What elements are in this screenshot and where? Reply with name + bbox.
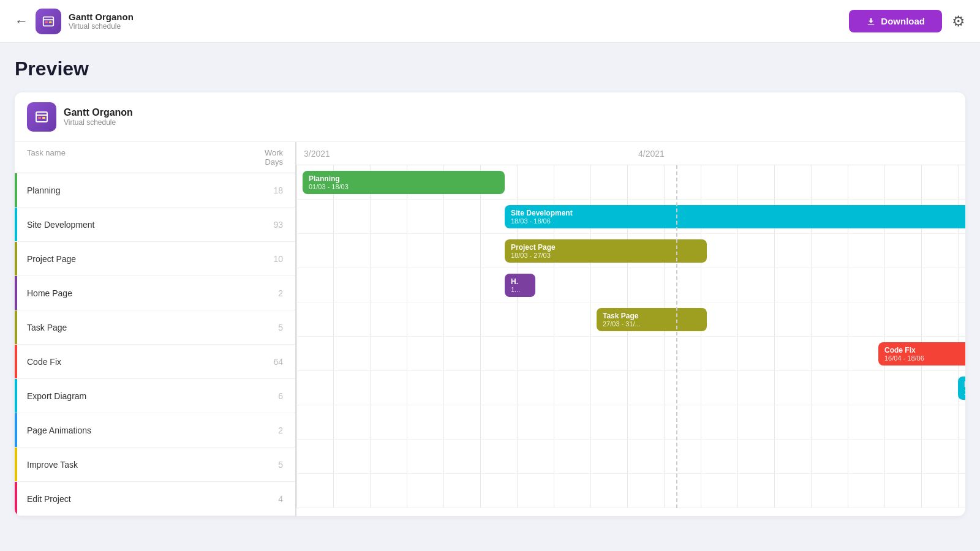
main-content: Preview Gantt Organon Virtual schedule	[0, 43, 980, 531]
app-name: Gantt Organon	[69, 12, 134, 22]
gantt-chart-row: Exp...19/0...	[296, 371, 965, 405]
gantt-chart-row: Task Page27/03 - 31/...	[296, 302, 965, 337]
back-button[interactable]: ←	[15, 13, 28, 29]
gantt-chart: Task name Work Days Planning18Site Devel…	[15, 142, 965, 516]
settings-icon: ⚙	[952, 13, 965, 30]
gantt-right-panel: 3/2021 4/2021 Planning01/03 - 18/03Site …	[296, 142, 965, 516]
bar-title: Site Development	[511, 209, 965, 217]
gantt-chart-row	[296, 474, 965, 508]
preview-card-header: Gantt Organon Virtual schedule	[15, 92, 965, 142]
task-days: 64	[246, 357, 295, 367]
gantt-left-panel: Task name Work Days Planning18Site Devel…	[15, 142, 296, 516]
svg-rect-0	[43, 17, 54, 26]
bar-dates: 1...	[511, 286, 529, 293]
task-days: 2	[246, 425, 295, 435]
task-days: 10	[246, 254, 295, 264]
download-icon	[866, 17, 876, 26]
task-name: Page Animations	[17, 425, 246, 435]
header-left: ← Gantt Organon Virtual schedule	[15, 9, 134, 34]
svg-rect-3	[49, 21, 52, 23]
bar-dates: 16/04 - 18/06	[884, 354, 965, 362]
gantt-row: Edit Project4	[15, 482, 295, 516]
task-days: 4	[246, 494, 295, 504]
gantt-row: Task Page5	[15, 310, 295, 345]
svg-rect-2	[45, 21, 48, 23]
gantt-chart-row: Planning01/03 - 18/03	[296, 165, 965, 200]
bar-title: Project Page	[511, 243, 701, 252]
gantt-row: Project Page10	[15, 242, 295, 276]
bar-title: Planning	[309, 174, 499, 183]
col-task-header: Task name	[15, 148, 246, 167]
task-days: 5	[246, 323, 295, 332]
gantt-chart-header: 3/2021 4/2021	[296, 142, 965, 165]
gantt-header: Task name Work Days	[15, 142, 295, 173]
download-button[interactable]: Download	[849, 10, 942, 32]
header-right: Download ⚙	[849, 10, 965, 32]
svg-rect-5	[36, 112, 47, 122]
bar-title: H.	[511, 277, 529, 286]
gantt-bar: H.1...	[505, 274, 535, 297]
gantt-chart-row: Site Development18/03 - 18/06	[296, 200, 965, 234]
back-icon: ←	[15, 13, 28, 29]
gantt-row: Planning18	[15, 173, 295, 208]
bar-dates: 18/03 - 18/06	[511, 217, 965, 225]
bar-dates: 27/03 - 31/...	[603, 320, 701, 328]
bar-dates: 01/03 - 18/03	[309, 183, 499, 190]
task-name: Project Page	[17, 254, 246, 264]
gantt-bar: Exp...19/0...	[958, 377, 965, 400]
app-title: Gantt Organon Virtual schedule	[69, 12, 134, 31]
app-subtitle: Virtual schedule	[69, 22, 134, 31]
task-days: 93	[246, 220, 295, 230]
preview-app-subtitle: Virtual schedule	[64, 118, 133, 127]
month-april: 4/2021	[631, 149, 965, 159]
gantt-row: Export Diagram6	[15, 379, 295, 413]
gantt-bar: Code Fix16/04 - 18/06	[878, 342, 965, 365]
task-name: Task Page	[17, 323, 246, 332]
task-name: Export Diagram	[17, 391, 246, 401]
svg-rect-8	[42, 117, 45, 119]
preview-card: Gantt Organon Virtual schedule Task name…	[15, 92, 965, 516]
gantt-row: Page Animations2	[15, 413, 295, 448]
task-days: 2	[246, 288, 295, 298]
preview-app-icon	[27, 102, 56, 132]
gantt-bar: Task Page27/03 - 31/...	[597, 308, 707, 331]
preview-app-info: Gantt Organon Virtual schedule	[64, 107, 133, 127]
app-icon	[36, 9, 61, 34]
gantt-row: Code Fix64	[15, 345, 295, 379]
task-name: Home Page	[17, 288, 246, 298]
gantt-chart-body: Planning01/03 - 18/03Site Development18/…	[296, 165, 965, 508]
task-name: Planning	[17, 186, 246, 195]
task-days: 6	[246, 391, 295, 401]
gantt-row: Site Development93	[15, 208, 295, 242]
task-days: 5	[246, 460, 295, 470]
preview-app-name: Gantt Organon	[64, 107, 133, 118]
app-header: ← Gantt Organon Virtual schedule Downloa…	[0, 0, 980, 43]
bar-title: Exp...	[964, 380, 965, 389]
gantt-chart-row: Code Fix16/04 - 18/06	[296, 337, 965, 371]
bar-title: Code Fix	[884, 346, 965, 354]
bar-dates: 19/0...	[964, 389, 965, 396]
svg-rect-7	[38, 117, 41, 119]
gantt-chart-row: H.1...	[296, 268, 965, 302]
gantt-rows: Planning18Site Development93Project Page…	[15, 173, 295, 516]
gantt-bar: Planning01/03 - 18/03	[303, 171, 505, 194]
gantt-row: Improve Task5	[15, 448, 295, 482]
svg-rect-4	[868, 24, 875, 24]
task-name: Site Development	[17, 220, 246, 230]
settings-button[interactable]: ⚙	[952, 13, 965, 30]
gantt-bar: Project Page18/03 - 27/03	[505, 239, 707, 263]
task-name: Improve Task	[17, 460, 246, 470]
bar-dates: 18/03 - 27/03	[511, 252, 701, 259]
month-march: 3/2021	[296, 149, 631, 159]
bar-title: Task Page	[603, 312, 701, 320]
col-days-header: Work Days	[246, 148, 295, 167]
task-days: 18	[246, 186, 295, 195]
gantt-bar: Site Development18/03 - 18/06	[505, 205, 965, 228]
task-name: Code Fix	[17, 357, 246, 367]
page-title: Preview	[15, 58, 965, 80]
task-name: Edit Project	[17, 494, 246, 504]
gantt-row: Home Page2	[15, 276, 295, 310]
gantt-chart-row: Project Page18/03 - 27/03	[296, 234, 965, 268]
gantt-chart-row	[296, 440, 965, 474]
gantt-chart-row	[296, 405, 965, 440]
